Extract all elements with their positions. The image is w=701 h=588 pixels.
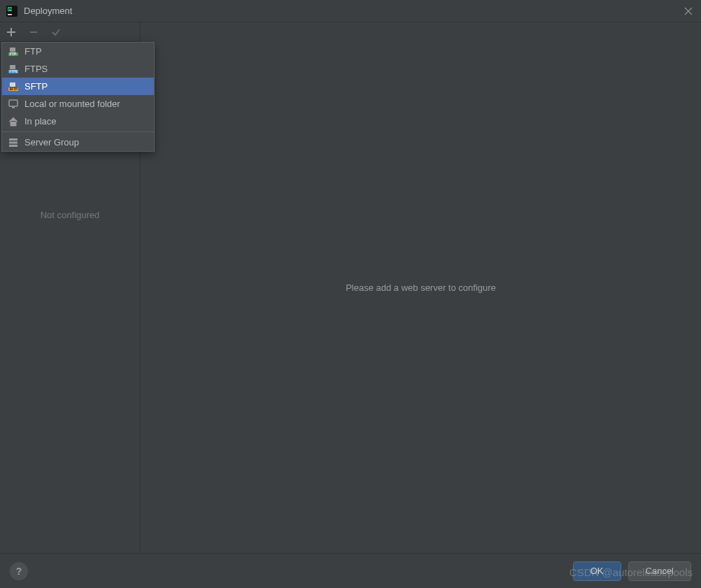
svg-text:SFTP: SFTP bbox=[10, 87, 18, 91]
ftps-icon: FTPS bbox=[8, 64, 19, 75]
menu-item-ftp[interactable]: FTP FTP bbox=[2, 43, 154, 60]
menu-item-ftps[interactable]: FTPS FTPS bbox=[2, 60, 154, 78]
menu-item-sftp[interactable]: SFTP SFTP bbox=[2, 78, 154, 95]
menu-item-label: FTPS bbox=[24, 64, 48, 74]
svg-rect-13 bbox=[9, 100, 17, 106]
cancel-button[interactable]: Cancel bbox=[628, 561, 691, 581]
main-content: Please add a web server to configure bbox=[141, 22, 701, 553]
menu-item-label: FTP bbox=[24, 46, 42, 57]
home-icon bbox=[8, 116, 19, 127]
svg-text:PC: PC bbox=[8, 7, 13, 11]
add-button[interactable] bbox=[4, 25, 18, 39]
menu-divider bbox=[2, 131, 154, 132]
titlebar: PC Deployment bbox=[0, 0, 701, 22]
svg-text:FTPS: FTPS bbox=[10, 70, 18, 73]
svg-rect-16 bbox=[9, 145, 17, 147]
ftp-icon: FTP bbox=[8, 46, 19, 57]
ok-button[interactable]: OK bbox=[573, 561, 621, 581]
menu-item-label: Local or mounted folder bbox=[24, 99, 120, 109]
menu-item-local[interactable]: Local or mounted folder bbox=[2, 95, 154, 113]
svg-rect-14 bbox=[9, 138, 17, 141]
add-server-menu: FTP FTP FTPS FTPS SFTP SFTP bbox=[1, 42, 155, 152]
monitor-icon bbox=[8, 99, 19, 110]
svg-rect-10 bbox=[10, 83, 15, 87]
remove-button bbox=[27, 25, 41, 39]
menu-item-server-group[interactable]: Server Group bbox=[2, 134, 154, 151]
app-icon: PC bbox=[6, 5, 18, 17]
menu-item-inplace[interactable]: In place bbox=[2, 113, 154, 130]
svg-rect-7 bbox=[10, 65, 15, 69]
close-icon[interactable] bbox=[681, 4, 695, 18]
server-group-icon bbox=[8, 137, 19, 148]
menu-item-label: SFTP bbox=[24, 81, 48, 92]
svg-text:FTP: FTP bbox=[10, 52, 17, 56]
empty-state-text: Please add a web server to configure bbox=[346, 282, 496, 293]
window-title: Deployment bbox=[24, 6, 681, 16]
menu-item-label: Server Group bbox=[24, 137, 79, 148]
sftp-icon: SFTP bbox=[8, 81, 19, 92]
svg-rect-15 bbox=[9, 141, 17, 143]
help-button[interactable]: ? bbox=[10, 562, 28, 580]
svg-rect-3 bbox=[8, 14, 12, 15]
sidebar-toolbar bbox=[0, 22, 140, 42]
menu-item-label: In place bbox=[24, 116, 57, 127]
footer: ? OK Cancel bbox=[0, 553, 701, 588]
check-button bbox=[49, 25, 63, 39]
